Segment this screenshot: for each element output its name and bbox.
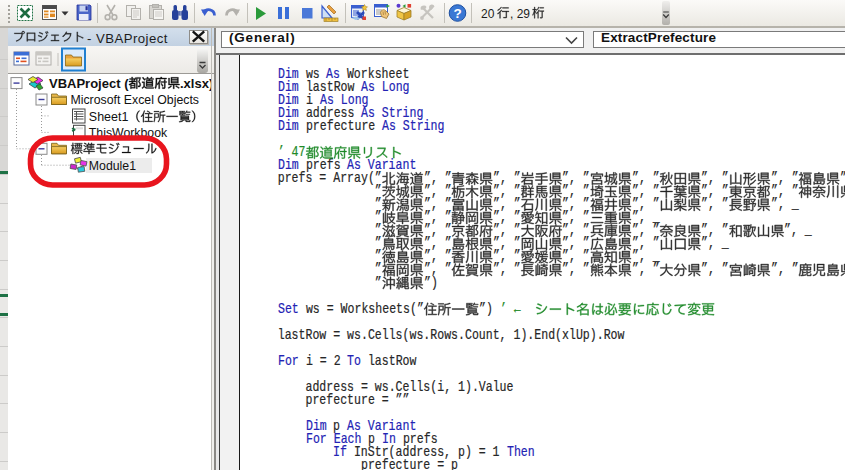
svg-text:?: ? [453, 6, 461, 21]
